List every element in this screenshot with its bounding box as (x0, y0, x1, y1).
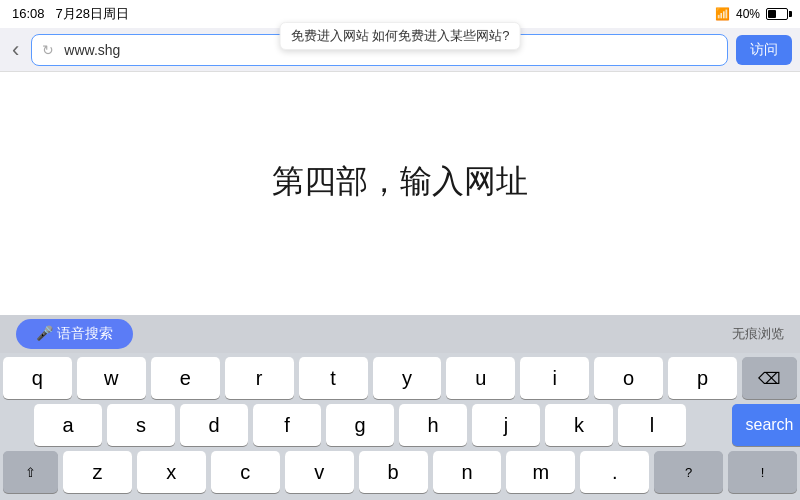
backspace-key[interactable]: ⌫ (742, 357, 797, 399)
key-o[interactable]: o (594, 357, 663, 399)
key-row-3: ⇧ z x c v b n m . ? ! (3, 451, 797, 493)
key-t[interactable]: t (299, 357, 368, 399)
content-area: 第四部，输入网址 (0, 72, 800, 292)
key-row-2: a s d f g h j k l search (3, 404, 797, 446)
key-e[interactable]: e (151, 357, 220, 399)
key-row-1: q w e r t y u i o p ⌫ (3, 357, 797, 399)
key-b[interactable]: b (359, 451, 428, 493)
keyboard-toolbar: 🎤 语音搜索 无痕浏览 (0, 315, 800, 353)
key-h[interactable]: h (399, 404, 467, 446)
key-v[interactable]: v (285, 451, 354, 493)
main-text: 第四部，输入网址 (272, 160, 528, 204)
keyboard-container: 🎤 语音搜索 无痕浏览 q w e r t y u i o p ⌫ a s d … (0, 315, 800, 500)
voice-search-button[interactable]: 🎤 语音搜索 (16, 319, 133, 349)
search-key[interactable]: search (732, 404, 800, 446)
key-y[interactable]: y (373, 357, 442, 399)
key-m[interactable]: m (506, 451, 575, 493)
key-question[interactable]: ? (654, 451, 723, 493)
key-p[interactable]: p (668, 357, 737, 399)
key-j[interactable]: j (472, 404, 540, 446)
key-period[interactable]: . (580, 451, 649, 493)
key-r[interactable]: r (225, 357, 294, 399)
key-l[interactable]: l (618, 404, 686, 446)
key-a[interactable]: a (34, 404, 102, 446)
key-f[interactable]: f (253, 404, 321, 446)
shift-key[interactable]: ⇧ (3, 451, 58, 493)
key-s[interactable]: s (107, 404, 175, 446)
status-icons: 📶 40% (715, 7, 788, 21)
key-exclaim[interactable]: ! (728, 451, 797, 493)
reload-icon[interactable]: ↻ (42, 42, 58, 58)
battery-icon (766, 8, 788, 20)
status-time: 16:08 (12, 6, 45, 21)
key-n[interactable]: n (433, 451, 502, 493)
status-time-date: 16:08 7月28日周日 (12, 5, 129, 23)
keyboard: q w e r t y u i o p ⌫ a s d f g h j k l … (0, 353, 800, 500)
tooltip: 免费进入网站 如何免费进入某些网站? (280, 22, 521, 50)
key-q[interactable]: q (3, 357, 72, 399)
key-c[interactable]: c (211, 451, 280, 493)
key-u[interactable]: u (446, 357, 515, 399)
key-k[interactable]: k (545, 404, 613, 446)
visit-button[interactable]: 访问 (736, 35, 792, 65)
back-button[interactable]: ‹ (8, 37, 23, 63)
key-i[interactable]: i (520, 357, 589, 399)
key-z[interactable]: z (63, 451, 132, 493)
key-w[interactable]: w (77, 357, 146, 399)
status-date: 7月28日周日 (55, 6, 129, 21)
key-x[interactable]: x (137, 451, 206, 493)
wifi-icon: 📶 (715, 7, 730, 21)
incognito-label: 无痕浏览 (732, 325, 784, 343)
key-d[interactable]: d (180, 404, 248, 446)
key-g[interactable]: g (326, 404, 394, 446)
battery-percent: 40% (736, 7, 760, 21)
